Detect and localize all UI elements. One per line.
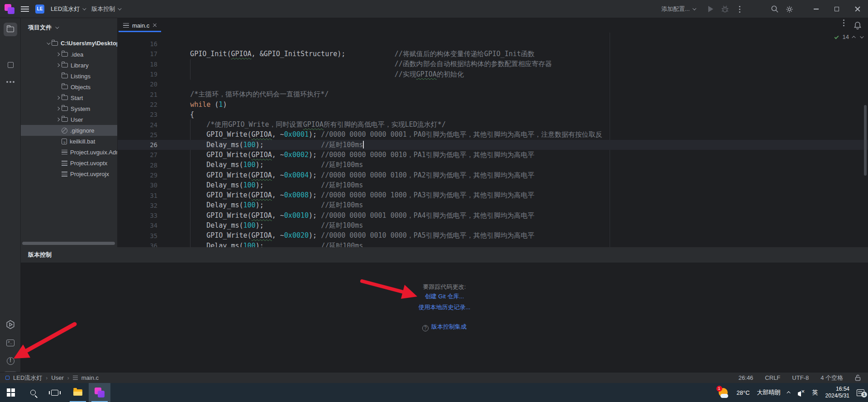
chevron-right-icon[interactable] xyxy=(56,96,60,100)
chevron-right-icon[interactable] xyxy=(56,118,60,121)
windows-logo-icon xyxy=(7,388,15,397)
project-horizontal-scrollbar[interactable] xyxy=(22,242,115,245)
ide-app-icon xyxy=(95,388,105,397)
services-tool-button[interactable] xyxy=(4,318,17,331)
indent-widget[interactable]: 4 个空格 xyxy=(820,374,843,382)
terminal-tool-button[interactable] xyxy=(4,336,17,349)
tree-item-project.uvprojx[interactable]: Project.uvprojx xyxy=(21,168,117,179)
tree-item-listings[interactable]: Listings xyxy=(21,71,117,81)
task-view-button[interactable] xyxy=(44,383,66,402)
tree-item-start[interactable]: Start xyxy=(21,92,117,103)
textfile-icon xyxy=(62,172,67,177)
run-button[interactable] xyxy=(704,3,717,15)
version-control-panel-header[interactable]: 版本控制 xyxy=(21,247,868,263)
line-number: 21 xyxy=(118,91,174,98)
create-git-repository-link[interactable]: 创建 Git 仓库... xyxy=(425,293,464,300)
taskbar-clock[interactable]: 16:54 2024/5/31 xyxy=(825,386,849,399)
editor-vertical-scrollbar[interactable] xyxy=(864,105,867,176)
code-line-16[interactable]: 16 xyxy=(118,39,868,49)
action-center-button[interactable]: 1 xyxy=(857,389,864,396)
commit-tool-button[interactable] xyxy=(4,58,17,72)
line-separator-widget[interactable]: CRLF xyxy=(765,374,780,381)
use-local-history-link[interactable]: 使用本地历史记录... xyxy=(419,304,471,311)
tree-item-library[interactable]: Library xyxy=(21,60,117,71)
encoding-widget[interactable]: UTF-8 xyxy=(792,374,809,381)
minimize-button[interactable] xyxy=(806,0,826,18)
file-explorer-button[interactable] xyxy=(67,383,89,402)
ime-indicator[interactable]: 英 xyxy=(812,388,818,397)
code-line-22[interactable]: 22 while (1) xyxy=(118,100,868,110)
tab-close-icon[interactable] xyxy=(153,23,157,28)
version-control-integration-link[interactable]: 版本控制集成 xyxy=(431,323,467,330)
search-everywhere-button[interactable] xyxy=(768,3,781,15)
tree-item-.gitignore[interactable]: .gitignore xyxy=(21,125,117,136)
inspections-widget[interactable]: 14 xyxy=(835,34,863,40)
code-line-19[interactable]: 19 //实现GPIOA的初始化 xyxy=(118,69,868,79)
tree-item-.idea[interactable]: .idea xyxy=(21,49,117,60)
chevron-right-icon[interactable] xyxy=(56,63,60,67)
code-line-32[interactable]: 32 Delay_ms(100); //延时100ms xyxy=(118,201,868,211)
vcs-widget[interactable]: 版本控制 xyxy=(91,5,120,13)
code-line-26[interactable]: 26 Delay_ms(100); //延时100ms xyxy=(118,140,868,150)
chevron-up-icon[interactable] xyxy=(852,36,855,39)
breadcrumb-folder[interactable]: User xyxy=(51,374,63,381)
more-actions-button[interactable] xyxy=(733,3,746,15)
code-text: Delay_ms(100); //延时100ms xyxy=(174,181,363,190)
code-line-34[interactable]: 34 Delay_ms(100); //延时100ms xyxy=(118,220,868,230)
tree-item-keilkill.bat[interactable]: keilkill.bat xyxy=(21,136,117,147)
code-line-18[interactable]: 18 //函数内部会自动根据结构体的参数配置相应寄存器 xyxy=(118,59,868,69)
line-number: 20 xyxy=(118,81,174,88)
project-icon xyxy=(5,376,10,380)
weather-widget[interactable]: 1 xyxy=(718,387,730,398)
code-pane[interactable]: 1617 GPIO_Init(GPIOA, &GPIO_InitStructur… xyxy=(118,33,868,247)
main-menu-icon[interactable] xyxy=(21,6,29,12)
tree-item-objects[interactable]: Objects xyxy=(21,81,117,92)
close-button[interactable] xyxy=(847,0,868,18)
code-line-35[interactable]: 35 GPIO_Write(GPIOA, ~0x0020); //0000 00… xyxy=(118,231,868,241)
project-widget[interactable]: LED流水灯 xyxy=(51,5,85,13)
restore-button[interactable] xyxy=(826,0,847,18)
settings-button[interactable] xyxy=(783,3,796,15)
code-line-21[interactable]: 21 /*主循环，循环体内的代码会一直循环执行*/ xyxy=(118,89,868,99)
tree-item-system[interactable]: System xyxy=(21,103,117,114)
tree-item-project.uvoptx[interactable]: Project.uvoptx xyxy=(21,158,117,168)
run-configuration-selector[interactable]: 添加配置... xyxy=(661,5,695,13)
code-line-33[interactable]: 33 GPIO_Write(GPIOA, ~0x0010); //0000 00… xyxy=(118,211,868,220)
start-button[interactable] xyxy=(0,383,22,402)
code-line-23[interactable]: 23 { xyxy=(118,110,868,120)
chevron-right-icon[interactable] xyxy=(56,53,60,56)
unlocked-icon[interactable] xyxy=(855,374,861,381)
tree-item-user[interactable]: User xyxy=(21,114,117,125)
code-line-20[interactable]: 20 xyxy=(118,79,868,89)
weather-temperature[interactable]: 28°C xyxy=(737,389,750,396)
more-tool-windows-button[interactable] xyxy=(4,75,17,89)
tree-item-project.uvguix.admin[interactable]: Project.uvguix.Admin xyxy=(21,147,117,158)
project-tool-button[interactable] xyxy=(4,23,17,36)
project-avatar-badge[interactable]: LE xyxy=(35,5,44,14)
weather-text[interactable]: 大部晴朗 xyxy=(757,388,781,397)
taskbar-search-button[interactable] xyxy=(22,383,44,402)
code-line-30[interactable]: 30 Delay_ms(100); //延时100ms xyxy=(118,180,868,190)
breadcrumb-file[interactable]: main.c xyxy=(81,374,99,381)
code-line-31[interactable]: 31 GPIO_Write(GPIOA, ~0x0008); //0000 00… xyxy=(118,190,868,200)
caret-position-widget[interactable]: 26:46 xyxy=(739,374,754,381)
problems-tool-button[interactable] xyxy=(4,354,17,368)
breadcrumb-project[interactable]: LED流水灯 xyxy=(13,374,42,382)
tab-options-icon[interactable] xyxy=(843,22,844,24)
tree-item-c-users-my-desktop-led-led[interactable]: C:\Users\my\Desktop\LED流水灯\LED xyxy=(21,38,117,49)
code-line-17[interactable]: 17 GPIO_Init(GPIOA, &GPIO_InitStructure)… xyxy=(118,49,868,59)
show-hidden-icons-button[interactable] xyxy=(787,391,790,395)
code-line-29[interactable]: 29 GPIO_Write(GPIOA, ~0x0004); //0000 00… xyxy=(118,170,868,180)
project-panel-header[interactable]: 项目文件 xyxy=(21,18,117,32)
code-line-28[interactable]: 28 Delay_ms(100); //延时100ms xyxy=(118,160,868,170)
debug-button[interactable] xyxy=(719,3,731,15)
chevron-down-icon[interactable] xyxy=(47,41,50,44)
ide-taskbar-button[interactable] xyxy=(89,383,110,402)
code-line-27[interactable]: 27 GPIO_Write(GPIOA, ~0x0002); //0000 00… xyxy=(118,150,868,160)
volume-muted-icon[interactable] xyxy=(798,390,805,395)
notifications-button[interactable] xyxy=(854,21,862,30)
code-line-24[interactable]: 24 /*使用GPIO_Write，同时设置GPIOA所有引脚的高低电平，实现L… xyxy=(118,120,868,129)
code-line-25[interactable]: 25 GPIO_Write(GPIOA, ~0x0001); //0000 00… xyxy=(118,130,868,140)
code-line-36[interactable]: 36 Delay_ms(100); //延时100ms xyxy=(118,241,868,247)
chevron-right-icon[interactable] xyxy=(56,107,60,110)
